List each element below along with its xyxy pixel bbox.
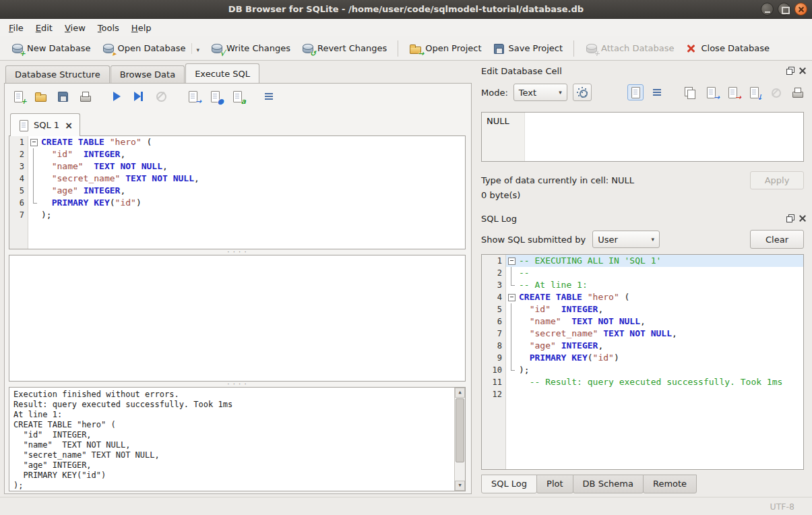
new-database-button[interactable]: +New Database — [5, 40, 96, 57]
tab-execute-sql[interactable]: Execute SQL — [185, 63, 259, 83]
write-changes-button[interactable]: √Write Changes — [205, 40, 296, 57]
dock-tab-plot[interactable]: Plot — [536, 475, 573, 493]
dropdown-arrow-icon[interactable]: ▾ — [196, 47, 199, 55]
fold-marker[interactable] — [506, 303, 518, 315]
fold-marker[interactable] — [506, 291, 518, 303]
fold-marker[interactable] — [506, 364, 518, 376]
fold-marker[interactable] — [28, 197, 40, 209]
close-icon[interactable] — [794, 3, 807, 16]
dock-tab-sql-log[interactable]: SQL Log — [481, 475, 537, 493]
fold-marker[interactable] — [506, 328, 518, 340]
text-format-button[interactable] — [627, 84, 644, 100]
fold-marker[interactable] — [506, 255, 518, 267]
scroll-down-icon[interactable] — [455, 481, 465, 491]
titlebar[interactable]: DB Browser for SQLite - /home/user/code/… — [0, 0, 812, 19]
open-project-button[interactable]: →Open Project — [404, 40, 487, 57]
revert-changes-button[interactable]: ↺Revert Changes — [296, 40, 392, 57]
execute-all-button[interactable] — [108, 88, 125, 104]
code-text: "name" TEXT NOT NULL, — [40, 160, 465, 173]
code-text: PRIMARY KEY("id") — [40, 197, 465, 209]
log-line: "secret_name" TEXT NOT NULL, — [13, 450, 451, 460]
import-button[interactable]: → — [703, 84, 719, 100]
menu-tools[interactable]: Tools — [92, 21, 125, 35]
fold-marker[interactable] — [28, 160, 40, 173]
fold-marker[interactable] — [506, 352, 518, 364]
code-line: 1-- EXECUTING ALL IN 'SQL 1' — [482, 255, 803, 267]
line-number: 3 — [9, 160, 28, 173]
auto-complete-button[interactable]: a — [229, 88, 245, 104]
fold-marker[interactable] — [506, 340, 518, 352]
splitter-handle[interactable] — [9, 382, 466, 387]
fold-marker[interactable] — [28, 148, 40, 160]
mode-select[interactable]: Text ▾ — [513, 84, 567, 101]
fold-marker[interactable] — [28, 136, 40, 148]
menu-edit[interactable]: Edit — [30, 21, 59, 35]
new-tab-icon: + — [12, 90, 24, 102]
toolbar-label: Write Changes — [226, 43, 290, 53]
scrollbar[interactable] — [454, 388, 465, 491]
apply-button[interactable]: Apply — [750, 171, 804, 189]
dock-tab-db-schema[interactable]: DB Schema — [573, 475, 644, 493]
menu-view[interactable]: View — [59, 21, 92, 35]
open-sql-file-button[interactable] — [32, 88, 49, 104]
close-tab-icon[interactable]: × — [65, 120, 73, 131]
close-dock-icon[interactable] — [799, 214, 807, 222]
fold-marker[interactable] — [506, 315, 518, 328]
execution-log[interactable]: Execution finished without errors.Result… — [9, 387, 466, 491]
code-line: 10); — [482, 364, 803, 376]
save-sql-file-button[interactable] — [55, 88, 71, 104]
line-number: 3 — [482, 279, 506, 291]
copy-icon — [683, 86, 695, 98]
execute-current-line-button[interactable] — [131, 88, 147, 104]
new-tab-button[interactable]: + — [10, 88, 26, 104]
minimize-icon[interactable] — [761, 3, 774, 16]
fold-marker[interactable] — [28, 173, 40, 185]
save-project-button[interactable]: Save Project — [487, 40, 569, 57]
scroll-up-icon[interactable] — [455, 388, 465, 398]
tab-sql-1[interactable]: SQL 1 × — [10, 113, 80, 136]
code-text: CREATE TABLE "hero" ( — [40, 136, 465, 148]
execute-current-line-icon — [133, 90, 145, 102]
print-button[interactable] — [789, 84, 805, 100]
splitter-handle[interactable] — [9, 249, 466, 255]
tab-database-structure[interactable]: Database Structure — [5, 65, 110, 83]
sql-file-icon — [18, 119, 30, 131]
word-wrap-button[interactable] — [261, 88, 277, 104]
scrollbar-thumb[interactable] — [456, 398, 464, 462]
float-dock-icon[interactable] — [786, 214, 794, 222]
sql-editor[interactable]: 1CREATE TABLE "hero" (2 "id" INTEGER,3 "… — [9, 135, 466, 249]
submitter-select[interactable]: User ▾ — [592, 231, 660, 248]
toolbar-label: Attach Database — [601, 43, 674, 53]
edit-cell-toolbar: →→↓ — [627, 84, 805, 100]
tab-browse-data[interactable]: Browse Data — [111, 65, 185, 83]
copy-button[interactable] — [681, 84, 697, 100]
find-button[interactable]: ● — [207, 88, 223, 104]
menu-file[interactable]: File — [3, 21, 30, 35]
toolbar-separator — [398, 40, 398, 57]
save-as-button[interactable]: ↓ — [746, 84, 762, 100]
export-button[interactable]: → — [724, 84, 741, 100]
clear-button[interactable]: Clear — [750, 230, 804, 249]
save-sql-file-icon — [57, 90, 69, 102]
fold-marker[interactable] — [506, 279, 518, 291]
float-dock-icon[interactable] — [786, 67, 794, 75]
results-pane[interactable] — [9, 255, 466, 382]
print-button[interactable] — [77, 88, 93, 104]
code-text: -- EXECUTING ALL IN 'SQL 1' — [518, 255, 803, 267]
word-wrap-icon — [263, 90, 275, 102]
mode-value: Text — [519, 88, 536, 98]
menu-help[interactable]: Help — [125, 21, 158, 35]
fold-marker[interactable] — [28, 185, 40, 197]
close-dock-icon[interactable] — [799, 67, 807, 75]
word-wrap-button[interactable] — [649, 84, 665, 100]
open-database-button[interactable]: ▸Open Database▾ — [96, 40, 205, 57]
fold-marker[interactable] — [506, 267, 518, 279]
dock-tab-remote[interactable]: Remote — [643, 475, 697, 493]
code-line: 5 "id" INTEGER, — [482, 303, 803, 315]
close-database-button[interactable]: Close Database — [679, 40, 775, 57]
cell-editor[interactable]: NULL — [481, 112, 804, 162]
auto-switch-mode-button[interactable] — [573, 84, 592, 101]
maximize-icon[interactable] — [778, 3, 790, 16]
sql-log-view[interactable]: 1-- EXECUTING ALL IN 'SQL 1'2--3-- At li… — [481, 254, 804, 470]
export-sql-button[interactable]: → — [185, 88, 201, 104]
